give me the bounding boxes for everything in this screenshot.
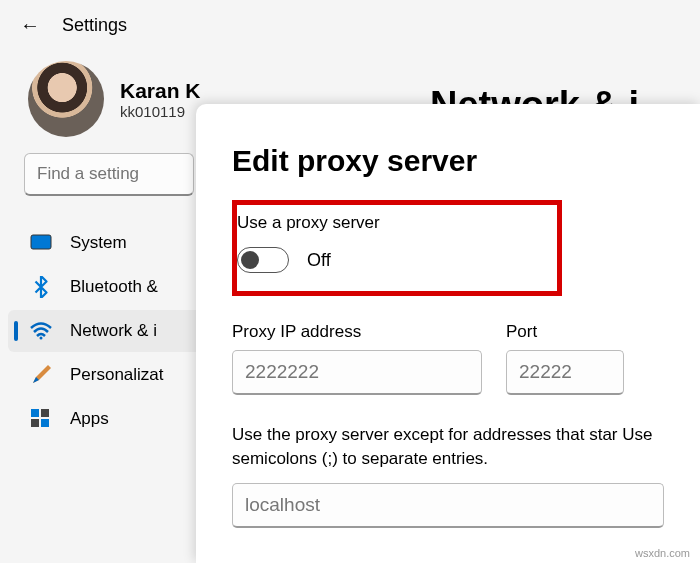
use-proxy-toggle[interactable] (237, 247, 289, 273)
svg-rect-6 (41, 419, 49, 427)
dialog-title: Edit proxy server (232, 144, 664, 178)
svg-rect-3 (31, 409, 39, 417)
svg-point-2 (40, 337, 43, 340)
profile-name: Karan K (120, 79, 201, 103)
ip-label: Proxy IP address (232, 322, 482, 342)
apps-icon (30, 408, 52, 430)
brush-icon (30, 364, 52, 386)
profile-email: kk010119 (120, 103, 201, 120)
search-input[interactable] (24, 153, 194, 196)
toggle-state: Off (307, 250, 331, 271)
svg-rect-4 (41, 409, 49, 417)
port-label: Port (506, 322, 624, 342)
sidebar-item-label: Network & i (70, 321, 157, 341)
sidebar-item-label: Bluetooth & (70, 277, 158, 297)
highlight-box: Use a proxy server Off (232, 200, 562, 296)
bluetooth-icon (30, 276, 52, 298)
sidebar-item-label: System (70, 233, 127, 253)
sidebar-item-label: Apps (70, 409, 109, 429)
toggle-label: Use a proxy server (237, 213, 447, 233)
proxy-ip-input[interactable] (232, 350, 482, 395)
avatar (28, 61, 104, 137)
svg-rect-0 (31, 235, 51, 249)
help-text: Use the proxy server except for addresse… (232, 423, 664, 471)
watermark: wsxdn.com (635, 547, 690, 559)
wifi-icon (30, 320, 52, 342)
back-button[interactable]: ← (20, 14, 40, 37)
app-title: Settings (62, 15, 127, 36)
sidebar-item-label: Personalizat (70, 365, 164, 385)
display-icon (30, 232, 52, 254)
exceptions-input[interactable] (232, 483, 664, 528)
proxy-port-input[interactable] (506, 350, 624, 395)
edit-proxy-dialog: Edit proxy server Use a proxy server Off… (196, 104, 700, 563)
svg-rect-5 (31, 419, 39, 427)
